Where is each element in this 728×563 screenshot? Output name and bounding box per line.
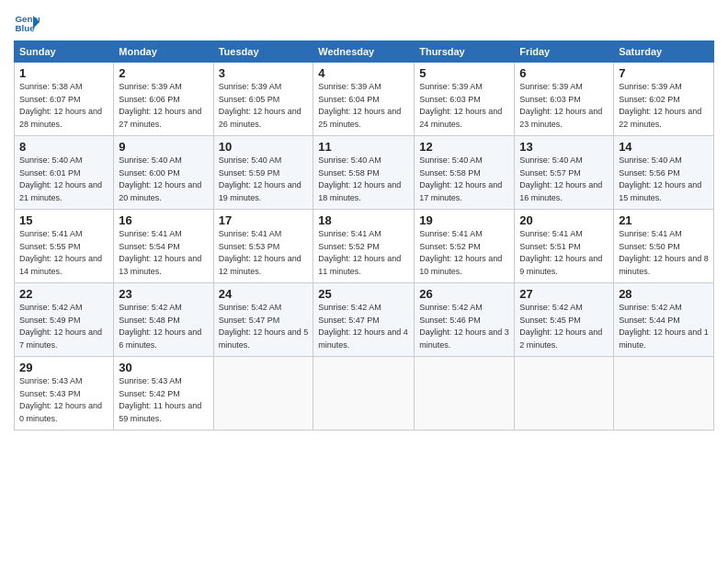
calendar-cell: 25Sunrise: 5:42 AMSunset: 5:47 PMDayligh… [313,283,415,357]
calendar-cell: 27Sunrise: 5:42 AMSunset: 5:45 PMDayligh… [515,283,614,357]
calendar-cell: 14Sunrise: 5:40 AMSunset: 5:56 PMDayligh… [614,136,714,210]
logo-icon: General Blue [14,9,40,35]
day-number: 19 [419,213,509,227]
col-header-sunday: Sunday [15,41,114,63]
day-info: Sunrise: 5:42 AMSunset: 5:46 PMDaylight:… [419,303,509,350]
day-info: Sunrise: 5:42 AMSunset: 5:47 PMDaylight:… [219,303,309,350]
day-number: 2 [119,66,208,80]
calendar-cell: 22Sunrise: 5:42 AMSunset: 5:49 PMDayligh… [15,283,114,357]
day-number: 11 [318,140,409,154]
day-info: Sunrise: 5:41 AMSunset: 5:54 PMDaylight:… [119,229,201,276]
day-info: Sunrise: 5:40 AMSunset: 5:58 PMDaylight:… [318,155,401,202]
day-info: Sunrise: 5:42 AMSunset: 5:48 PMDaylight:… [119,303,201,350]
col-header-thursday: Thursday [415,41,515,63]
header-row: SundayMondayTuesdayWednesdayThursdayFrid… [15,41,714,63]
day-info: Sunrise: 5:42 AMSunset: 5:47 PMDaylight:… [318,303,408,350]
calendar-cell: 23Sunrise: 5:42 AMSunset: 5:48 PMDayligh… [114,283,213,357]
day-info: Sunrise: 5:41 AMSunset: 5:52 PMDaylight:… [419,229,502,276]
calendar-cell: 9Sunrise: 5:40 AMSunset: 6:00 PMDaylight… [114,136,213,210]
day-number: 20 [519,213,609,227]
calendar-cell: 12Sunrise: 5:40 AMSunset: 5:58 PMDayligh… [415,136,515,210]
day-info: Sunrise: 5:40 AMSunset: 5:58 PMDaylight:… [419,155,502,202]
calendar-cell [515,357,614,431]
day-info: Sunrise: 5:40 AMSunset: 6:01 PMDaylight:… [19,155,102,202]
col-header-friday: Friday [515,41,614,63]
day-info: Sunrise: 5:39 AMSunset: 6:03 PMDaylight:… [519,82,602,129]
col-header-tuesday: Tuesday [213,41,313,63]
calendar-cell [213,357,313,431]
calendar-cell: 18Sunrise: 5:41 AMSunset: 5:52 PMDayligh… [313,210,415,283]
calendar-cell [313,357,415,431]
calendar-cell: 3Sunrise: 5:39 AMSunset: 6:05 PMDaylight… [213,63,313,136]
calendar-cell: 13Sunrise: 5:40 AMSunset: 5:57 PMDayligh… [515,136,614,210]
calendar-cell: 11Sunrise: 5:40 AMSunset: 5:58 PMDayligh… [313,136,415,210]
day-number: 17 [219,213,309,227]
day-info: Sunrise: 5:40 AMSunset: 5:59 PMDaylight:… [219,155,301,202]
day-number: 9 [119,140,208,154]
day-number: 26 [419,287,509,301]
day-number: 30 [119,361,208,374]
day-number: 25 [318,287,409,301]
calendar-cell: 1Sunrise: 5:38 AMSunset: 6:07 PMDaylight… [15,63,114,136]
week-row-2: 8Sunrise: 5:40 AMSunset: 6:01 PMDaylight… [15,136,714,210]
col-header-wednesday: Wednesday [313,41,415,63]
calendar-cell: 26Sunrise: 5:42 AMSunset: 5:46 PMDayligh… [415,283,515,357]
calendar-cell: 10Sunrise: 5:40 AMSunset: 5:59 PMDayligh… [213,136,313,210]
calendar-cell: 28Sunrise: 5:42 AMSunset: 5:44 PMDayligh… [614,283,714,357]
day-info: Sunrise: 5:40 AMSunset: 5:57 PMDaylight:… [519,155,602,202]
day-number: 21 [619,213,709,227]
day-info: Sunrise: 5:41 AMSunset: 5:55 PMDaylight:… [19,229,102,276]
week-row-3: 15Sunrise: 5:41 AMSunset: 5:55 PMDayligh… [15,210,714,283]
day-info: Sunrise: 5:40 AMSunset: 6:00 PMDaylight:… [119,155,201,202]
calendar-cell: 24Sunrise: 5:42 AMSunset: 5:47 PMDayligh… [213,283,313,357]
day-number: 12 [419,140,509,154]
col-header-saturday: Saturday [614,41,714,63]
calendar-cell: 2Sunrise: 5:39 AMSunset: 6:06 PMDaylight… [114,63,213,136]
day-info: Sunrise: 5:40 AMSunset: 5:56 PMDaylight:… [619,155,701,202]
day-info: Sunrise: 5:43 AMSunset: 5:43 PMDaylight:… [19,376,102,423]
calendar-cell: 6Sunrise: 5:39 AMSunset: 6:03 PMDaylight… [515,63,614,136]
day-info: Sunrise: 5:39 AMSunset: 6:02 PMDaylight:… [619,82,701,129]
calendar-cell: 19Sunrise: 5:41 AMSunset: 5:52 PMDayligh… [415,210,515,283]
day-number: 6 [519,66,609,80]
day-info: Sunrise: 5:39 AMSunset: 6:06 PMDaylight:… [119,82,201,129]
calendar-cell: 8Sunrise: 5:40 AMSunset: 6:01 PMDaylight… [15,136,114,210]
day-number: 13 [519,140,609,154]
week-row-1: 1Sunrise: 5:38 AMSunset: 6:07 PMDaylight… [15,63,714,136]
calendar-cell: 4Sunrise: 5:39 AMSunset: 6:04 PMDaylight… [313,63,415,136]
calendar-cell: 20Sunrise: 5:41 AMSunset: 5:51 PMDayligh… [515,210,614,283]
day-info: Sunrise: 5:41 AMSunset: 5:52 PMDaylight:… [318,229,401,276]
day-info: Sunrise: 5:39 AMSunset: 6:04 PMDaylight:… [318,82,401,129]
calendar-table: SundayMondayTuesdayWednesdayThursdayFrid… [14,40,714,431]
svg-text:Blue: Blue [15,23,35,33]
day-number: 14 [619,140,709,154]
day-number: 3 [219,66,309,80]
calendar-cell: 17Sunrise: 5:41 AMSunset: 5:53 PMDayligh… [213,210,313,283]
day-number: 27 [519,287,609,301]
col-header-monday: Monday [114,41,213,63]
day-number: 5 [419,66,509,80]
day-number: 15 [19,213,108,227]
calendar-cell: 7Sunrise: 5:39 AMSunset: 6:02 PMDaylight… [614,63,714,136]
day-info: Sunrise: 5:42 AMSunset: 5:44 PMDaylight:… [619,303,709,350]
day-info: Sunrise: 5:41 AMSunset: 5:50 PMDaylight:… [619,229,709,276]
day-info: Sunrise: 5:42 AMSunset: 5:45 PMDaylight:… [519,303,602,350]
page-container: General Blue SundayMondayTuesdayWednesda… [0,0,728,440]
day-number: 1 [19,66,108,80]
header: General Blue [14,9,714,35]
calendar-cell: 15Sunrise: 5:41 AMSunset: 5:55 PMDayligh… [15,210,114,283]
calendar-cell: 16Sunrise: 5:41 AMSunset: 5:54 PMDayligh… [114,210,213,283]
day-number: 28 [619,287,709,301]
day-number: 16 [119,213,208,227]
day-info: Sunrise: 5:39 AMSunset: 6:03 PMDaylight:… [419,82,502,129]
day-info: Sunrise: 5:38 AMSunset: 6:07 PMDaylight:… [19,82,102,129]
day-info: Sunrise: 5:41 AMSunset: 5:53 PMDaylight:… [219,229,301,276]
day-info: Sunrise: 5:42 AMSunset: 5:49 PMDaylight:… [19,303,102,350]
day-number: 23 [119,287,208,301]
day-number: 8 [19,140,108,154]
logo: General Blue [14,9,40,35]
day-number: 7 [619,66,709,80]
calendar-cell: 5Sunrise: 5:39 AMSunset: 6:03 PMDaylight… [415,63,515,136]
day-number: 22 [19,287,108,301]
calendar-cell [614,357,714,431]
